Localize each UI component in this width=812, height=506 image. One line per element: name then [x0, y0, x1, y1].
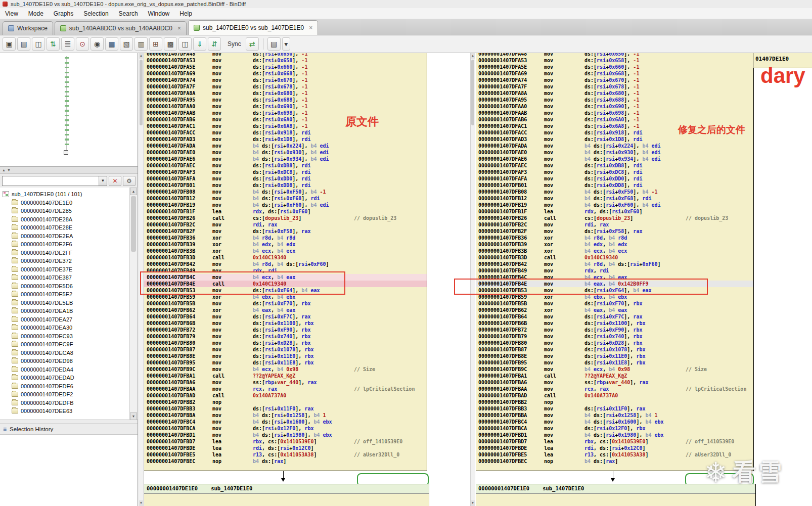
asm-row[interactable]: 00000001407DFAE6movb4 ds:[rsi+0x934], b4… [476, 156, 753, 162]
asm-row[interactable]: 00000001407DFB49movrdx, rdi [476, 267, 753, 274]
asm-row[interactable]: 00000001407DFB26callcs:[dopuslib_23]// d… [476, 215, 753, 221]
asm-row[interactable]: 00000001407DFB87movds:[rsi+0x1078], rbx [144, 346, 427, 353]
tree-item-basic-block[interactable]: 00000001407DE5D6 [3, 282, 138, 291]
asm-row[interactable]: 00000001407DFA53movds:[rsi+0x658], -1 [144, 57, 427, 64]
asm-row[interactable]: 00000001407DFB62xorb4 eax, b4 eax [476, 307, 753, 313]
asm-row[interactable]: 00000001407DFA5Emovds:[rsi+0x660], -1 [476, 64, 753, 70]
graph-overview-panel[interactable] [0, 53, 138, 167]
scroll-thumb[interactable] [140, 60, 143, 125]
tree-item-basic-block[interactable]: 00000001407DE28E [3, 223, 138, 232]
asm-row[interactable]: 00000001407DFB8Emovds:[rsi+0x11E0], rbx [476, 353, 753, 359]
asm-row[interactable]: 00000001407DFB64movds:[rsi+0xF7C], rax [144, 313, 427, 320]
asm-row[interactable]: 00000001407DFB42movb4 r8d, b4 ds:[rsi+0x… [144, 261, 427, 267]
collapse-down-icon[interactable]: ▼ [7, 168, 11, 172]
selection-history-panel-header[interactable]: ≡ Selection History [0, 424, 138, 435]
asm-row[interactable]: 00000001407DFB80movds:[rsi+0xD28], rbx [144, 340, 427, 346]
tree-item-basic-block[interactable]: 00000001407DEA1B [3, 307, 138, 315]
asm-row[interactable]: 00000001407DFB6Bmovds:[rsi+0x1100], rbx [144, 320, 427, 327]
asm-row[interactable]: 00000001407DFB08movb4 ds:[rsi+0xF50], b4… [144, 189, 427, 195]
asm-row[interactable]: 00000001407DFB2Fmovds:[rsi+0xF58], rax [476, 228, 753, 235]
tree-item-basic-block[interactable]: 00000001407DEC9F [3, 340, 138, 349]
tree-item-basic-block[interactable]: 00000001407DEDF2 [3, 390, 138, 399]
options-dropdown-icon[interactable]: ▾ [282, 37, 290, 51]
asm-row[interactable]: 00000001407DFBDEleardi, ds:[rsi+0x12C0] [476, 445, 753, 451]
asm-row[interactable]: 00000001407DFB79movds:[rsi+0x740], rbx [476, 333, 753, 340]
orthogonal-layout-icon[interactable]: ☰ [61, 37, 74, 51]
asm-row[interactable]: 00000001407DFB2Fmovds:[rsi+0xF58], rax [144, 228, 427, 235]
overview-cursor[interactable] [64, 150, 68, 155]
graph-options-icon[interactable]: ▤ [267, 37, 281, 51]
asm-row[interactable]: 00000001407DFBA1call??2@YAPEAX_K@Z [476, 373, 753, 379]
tree-item-basic-block[interactable]: 00000001407DE285 [3, 207, 138, 215]
tree-item-basic-block[interactable]: 00000001407DEA30 [3, 324, 138, 332]
asm-row[interactable]: 00000001407DFB26callcs:[dopuslib_23]// d… [144, 215, 427, 221]
asm-row[interactable]: 00000001407DFBB2nop [144, 399, 427, 405]
asm-row[interactable]: 00000001407DFA7Fmovds:[rsi+0x678], -1 [144, 83, 427, 90]
tree-item-basic-block[interactable]: 00000001407DE387 [3, 273, 138, 282]
asm-row[interactable]: 00000001407DFAC1movds:[rsi+0x6A8], -1 [144, 123, 427, 129]
tree-item-basic-block[interactable]: 00000001407DE372 [3, 257, 138, 265]
asm-row[interactable]: 00000001407DFAA0movds:[rsi+0x690], -1 [476, 103, 753, 110]
asm-row[interactable]: 00000001407DFB72movds:[rsi+0xF90], rbx [476, 327, 753, 333]
tab-close-icon[interactable]: × [309, 24, 312, 31]
asm-row[interactable]: 00000001407DFB8Emovds:[rsi+0x11E0], rbx [144, 353, 427, 359]
asm-row[interactable]: 00000001407DFB36xorb4 r8d, b4 r8d [476, 235, 753, 241]
callgraph-view-icon[interactable]: ▣ [3, 37, 16, 51]
tree-scrollbar[interactable]: ▲ ▼ [129, 188, 137, 420]
asm-row[interactable]: 00000001407DFAF3movds:[rsi+0xDC8], rdi [476, 169, 753, 175]
asm-row[interactable]: 00000001407DFB79movds:[rsi+0x740], rbx [144, 333, 427, 340]
asm-row[interactable]: 00000001407DFBE5lear13, cs:[0x141053A38]… [144, 451, 427, 458]
scroll-up-icon[interactable]: ▲ [130, 188, 137, 195]
asm-row[interactable]: 00000001407DFB87movds:[rsi+0x1078], rbx [476, 346, 753, 353]
menu-help[interactable]: Help [174, 9, 197, 19]
hierarchic-layout-icon[interactable]: ⇅ [47, 37, 60, 51]
asm-row[interactable]: 00000001407DFB39xorb4 edx, b4 edx [144, 241, 427, 248]
asm-row[interactable]: 00000001407DFB2Cmovrdi, rax [476, 221, 753, 228]
asm-row[interactable]: 00000001407DFA69movds:[rsi+0x668], -1 [144, 70, 427, 77]
asm-row[interactable]: 00000001407DFB2Cmovrdi, rax [144, 221, 427, 228]
asm-row[interactable]: 00000001407DFBB2nop [476, 399, 753, 405]
collapse-up-icon[interactable]: ▲ [2, 168, 6, 172]
asm-row[interactable]: 00000001407DFAABmovds:[rsi+0x698], -1 [144, 110, 427, 116]
asm-row[interactable]: 00000001407DFAE6movb4 ds:[rsi+0x934], b4… [144, 156, 427, 162]
asm-row[interactable]: 00000001407DFB72movds:[rsi+0xF90], rbx [144, 327, 427, 333]
asm-row[interactable]: 00000001407DFA7Fmovds:[rsi+0x678], -1 [476, 83, 753, 90]
asm-row[interactable]: 00000001407DFBD7learbx, cs:[0x1410539E0]… [144, 438, 427, 445]
scroll-down-icon[interactable]: ▼ [471, 500, 475, 506]
tree-item-basic-block[interactable]: 00000001407DE37E [3, 265, 138, 274]
asm-row[interactable]: 00000001407DFA74movds:[rsi+0x670], -1 [144, 77, 427, 83]
asm-row[interactable]: 00000001407DFA48movds:[rsi+0x650], -1 [476, 53, 753, 57]
asm-row[interactable]: 00000001407DFB12movb4 ds:[rsi+0xF68], rd… [144, 195, 427, 202]
tree-item-basic-block[interactable]: 00000001407DECA8 [3, 349, 138, 357]
menu-mode[interactable]: Mode [23, 9, 49, 19]
asm-row[interactable]: 00000001407DFBD1movb4 ds:[rsi+0x1980], b… [476, 432, 753, 438]
zoom-mode-icon[interactable]: ▧ [120, 37, 133, 51]
tree-item-basic-block[interactable]: 00000001407DEE63 [3, 407, 138, 416]
asm-row[interactable]: 00000001407DFBB3movds:[rsi+0x11F0], rax [144, 405, 427, 412]
tab-close-icon[interactable]: × [177, 25, 181, 32]
combined-graph-icon[interactable]: ◫ [178, 37, 192, 51]
asm-row[interactable]: 00000001407DFB62xorb4 eax, b4 eax [144, 307, 427, 313]
asm-row[interactable]: 00000001407DFA95movds:[rsi+0x688], -1 [476, 97, 753, 103]
tree-item-basic-block[interactable]: 00000001407DE28A [3, 215, 138, 224]
asm-row[interactable]: 00000001407DFBA1call??2@YAPEAX_K@Z [144, 373, 427, 379]
asm-row[interactable]: 00000001407DFACCmovds:[rsi+0x918], rdi [144, 129, 427, 136]
tree-item-basic-block[interactable]: 00000001407DEDAD [3, 374, 138, 382]
asm-row[interactable]: 00000001407DFB9Cmovb4 ecx, b4 0x98// Siz… [476, 366, 753, 373]
jump-to-diff-down-icon[interactable]: ⇓ [193, 37, 206, 51]
asm-row[interactable]: 00000001407DFA74movds:[rsi+0x670], -1 [476, 77, 753, 83]
asm-row[interactable]: 00000001407DFBBAmovb4 ds:[rsi+0x1258], b… [144, 412, 427, 419]
asm-row[interactable]: 00000001407DFBCAmovds:[rsi+0x12F0], rbx [144, 425, 427, 432]
tree-item-basic-block[interactable]: 00000001407DE5E2 [3, 290, 138, 299]
asm-row[interactable]: 00000001407DFAFAmovds:[rsi+0xDD0], rdi [476, 175, 753, 182]
asm-row[interactable]: 00000001407DFA8Amovds:[rsi+0x680], -1 [476, 90, 753, 97]
scroll-up-icon[interactable]: ▲ [471, 53, 475, 59]
asm-row[interactable]: 00000001407DFAA0movds:[rsi+0x690], -1 [144, 103, 427, 110]
asm-row[interactable]: 00000001407DFB5Bmovds:[rsi+0xF70], rbx [476, 300, 753, 307]
panel-splitter[interactable]: ▲ ▼ [0, 167, 138, 174]
proximity-browsing-icon[interactable]: ◉ [91, 37, 104, 51]
filter-settings-button[interactable]: ⚙ [123, 176, 136, 186]
node-filter-input[interactable]: ▼ [2, 176, 107, 186]
asm-row[interactable]: 00000001407DFB95movds:[rsi+0x11E8], rbx [144, 359, 427, 366]
table-view-icon[interactable]: ▥ [134, 37, 148, 51]
